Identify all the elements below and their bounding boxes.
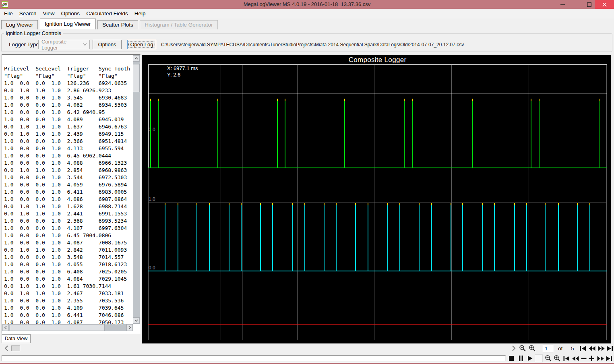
logger-type-label: Logger Type:	[9, 41, 41, 48]
pan-scrollbar-thumb[interactable]	[11, 345, 20, 351]
slower-button[interactable]	[580, 354, 588, 362]
skip-to-end-button[interactable]	[605, 354, 613, 362]
menu-item-view[interactable]: View	[40, 10, 58, 17]
skip-to-start-button[interactable]	[562, 354, 571, 362]
spike-tip	[165, 203, 165, 205]
data-row: 1.0 0.0 0.0 1.0 3.548 7014.557	[4, 254, 132, 261]
tab-data-view[interactable]: Data View	[2, 334, 31, 343]
vertical-scrollbar[interactable]	[133, 55, 140, 324]
close-button[interactable]	[595, 0, 614, 9]
spike-secondary-trigger	[539, 99, 540, 168]
chevron-right-icon	[512, 345, 516, 351]
open-log-button[interactable]: Open Log	[127, 40, 156, 49]
spike-tip	[285, 99, 285, 101]
data-row: 1.0 0.0 0.0 1.0 4.062 6934.5303	[4, 101, 132, 109]
pan-right-button[interactable]	[510, 344, 518, 352]
chart-canvas[interactable]: Composite Logger X: 6977.1 ms Y: 2.6 2.0…	[142, 55, 611, 343]
spike-tip	[539, 99, 540, 101]
playback-zoom-in-button[interactable]	[553, 354, 561, 362]
menu-item-search[interactable]: Search	[16, 10, 40, 17]
spike-tip	[472, 99, 473, 101]
scroll-right-icon[interactable]	[126, 324, 133, 331]
horizontal-scrollbar-thumb[interactable]	[10, 324, 105, 331]
playback-bar	[0, 354, 614, 363]
data-row: 1.0 0.0 0.0 1.0 4.107 6997.6304	[4, 225, 132, 232]
fast-forward-icon	[598, 346, 605, 351]
spike-primary-trigger	[304, 203, 305, 271]
options-button[interactable]: Options	[93, 40, 122, 49]
spike-tip	[178, 203, 178, 205]
scroll-left-icon[interactable]	[2, 324, 9, 331]
spike-tip	[399, 203, 400, 205]
spike-tip	[431, 203, 432, 205]
page-number-input[interactable]	[543, 345, 553, 352]
pause-button[interactable]	[517, 354, 525, 362]
minimize-button[interactable]	[556, 0, 569, 9]
window-title: MegaLogViewer MS 4.0.19 - 2016-01-18_13.…	[0, 0, 614, 9]
spike-primary-trigger	[514, 203, 515, 271]
horizontal-scrollbar[interactable]	[2, 324, 133, 331]
spike-primary-trigger	[260, 203, 261, 271]
playback-zoom-out-button[interactable]	[544, 354, 552, 362]
spike-tip	[514, 203, 515, 205]
zoom-out-icon	[519, 345, 526, 352]
spike-tip	[196, 203, 197, 205]
tab-scatter-plots[interactable]: Scatter Plots	[97, 20, 138, 29]
data-row: 0.0 1.0 1.0 1.0 2.439 6949.115	[4, 130, 132, 138]
step-forward-button[interactable]	[596, 354, 604, 362]
y-axis-label: 1.0	[149, 196, 155, 202]
menu-item-file[interactable]: File	[1, 10, 16, 17]
data-row: 1.0 0.0 0.0 1.0 4.109 7039.645	[4, 304, 132, 312]
chart-pager-bar: of 5	[0, 343, 614, 354]
scroll-down-icon[interactable]	[133, 317, 140, 324]
spike-primary-trigger	[482, 203, 483, 271]
spike-secondary-trigger	[404, 99, 405, 168]
skip-first-icon	[580, 346, 586, 351]
data-row: 1.0 0.0 0.0 1.0 2.368 6993.5234	[4, 217, 132, 225]
zoom-in-icon	[529, 345, 536, 352]
zoom-in-x-button[interactable]	[528, 344, 536, 352]
spike-secondary-trigger	[158, 99, 159, 168]
total-pages: 5	[571, 345, 574, 352]
spike-tip	[368, 203, 368, 205]
data-row: 0.0 1.0 1.0 1.0 2.86 6926.9233	[4, 87, 132, 94]
scroll-up-icon[interactable]	[133, 55, 140, 62]
play-button[interactable]	[526, 354, 534, 362]
stop-button[interactable]	[507, 354, 515, 362]
tab-ignition-log-viewer[interactable]: Ignition Log Viewer	[40, 19, 96, 29]
skip-first-icon	[563, 356, 570, 361]
menu-item-options[interactable]: Options	[58, 10, 83, 17]
spike-primary-trigger	[558, 203, 559, 271]
tab-log-viewer[interactable]: Log Viewer	[1, 20, 38, 29]
minimize-icon	[560, 2, 565, 7]
zoom-in-icon	[554, 355, 561, 362]
logger-type-select[interactable]: Composite Logger	[38, 40, 90, 49]
playback-progress-bar[interactable]	[2, 355, 506, 361]
chevron-down-icon	[83, 43, 87, 46]
vertical-scrollbar-thumb[interactable]	[133, 64, 140, 92]
spike-tip	[387, 203, 388, 205]
data-row: PriLevel SecLevel Trigger Sync Tooth	[4, 65, 132, 72]
spike-tip	[545, 203, 546, 205]
step-back-button[interactable]	[571, 354, 579, 362]
spike-primary-trigger	[209, 203, 210, 271]
faster-button[interactable]	[587, 354, 595, 362]
spike-secondary-trigger	[531, 99, 531, 168]
series-baseline-red-flatline	[148, 324, 607, 325]
spike-primary-trigger	[178, 203, 178, 271]
first-page-button[interactable]	[579, 344, 587, 352]
maximize-button[interactable]	[582, 0, 596, 9]
last-page-button[interactable]	[606, 344, 614, 352]
spike-primary-trigger	[241, 203, 242, 271]
previous-page-button[interactable]	[588, 344, 596, 352]
data-row: 1.0 0.0 0.0 1.0 4.084 7029.1045	[4, 275, 132, 283]
tab-histogram-table-generator: Histogram / Table Generator	[140, 20, 217, 29]
menu-item-calculated-fields[interactable]: Calculated Fields	[83, 10, 131, 17]
zoom-out-x-button[interactable]	[519, 344, 527, 352]
spike-secondary-trigger	[285, 99, 285, 168]
crosshair-line	[242, 64, 242, 340]
menu-item-help[interactable]: Help	[131, 10, 149, 17]
next-page-button[interactable]	[597, 344, 605, 352]
fast-forward-icon	[597, 356, 604, 361]
pan-left-button[interactable]	[2, 344, 10, 352]
